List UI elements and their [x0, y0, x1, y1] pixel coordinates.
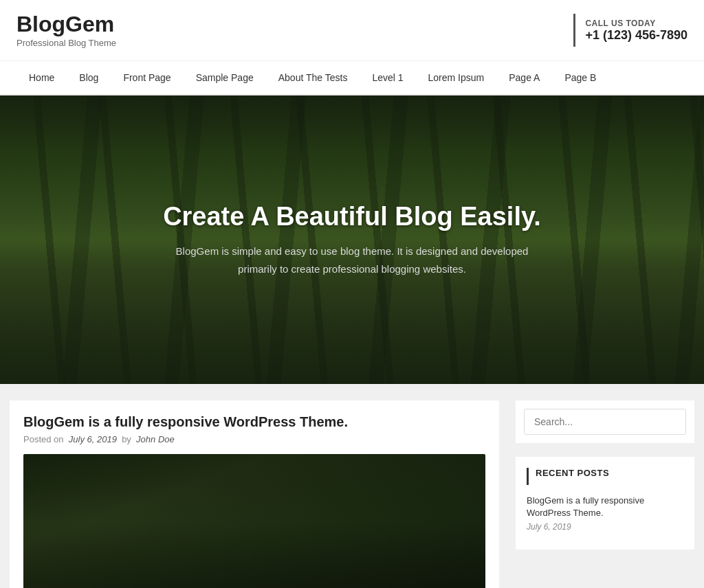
nav-link-front-page[interactable]: Front Page	[111, 61, 183, 94]
hero-section: Create A Beautiful Blog Easily. BlogGem …	[0, 95, 704, 384]
nav-item-page-a[interactable]: Page A	[496, 61, 552, 94]
site-title: BlogGem	[16, 12, 116, 36]
recent-post-date: July 6, 2019	[527, 522, 683, 532]
meta-date: July 6, 2019	[69, 434, 117, 444]
nav-item-front-page[interactable]: Front Page	[111, 61, 183, 94]
contact-area: CALL US TODAY +1 (123) 456-7890	[573, 14, 688, 47]
nav-item-level1[interactable]: Level 1	[360, 61, 415, 94]
hero-title: Create A Beautiful Blog Easily.	[163, 202, 541, 231]
nav-item-about[interactable]: About The Tests	[266, 61, 360, 94]
nav-item-home[interactable]: Home	[16, 61, 67, 94]
sidebar: RECENT POSTS BlogGem is a fully responsi…	[516, 400, 694, 588]
content-area: BlogGem is a fully responsive WordPress …	[10, 400, 499, 588]
nav-link-lorem[interactable]: Lorem Ipsum	[416, 61, 497, 94]
recent-post-title[interactable]: BlogGem is a fully responsive WordPress …	[527, 495, 683, 519]
contact-divider	[573, 14, 575, 47]
contact-phone: +1 (123) 456-7890	[585, 28, 688, 43]
nav-link-sample-page[interactable]: Sample Page	[184, 61, 266, 94]
site-header: BlogGem Professional Blog Theme CALL US …	[0, 0, 704, 61]
search-widget	[516, 400, 694, 443]
nav-item-sample-page[interactable]: Sample Page	[184, 61, 266, 94]
article-card: BlogGem is a fully responsive WordPress …	[10, 400, 499, 588]
search-input[interactable]	[524, 409, 686, 435]
contact-text: CALL US TODAY +1 (123) 456-7890	[585, 19, 688, 43]
nav-item-page-b[interactable]: Page B	[552, 61, 608, 94]
main-container: BlogGem is a fully responsive WordPress …	[1, 384, 703, 588]
article-title: BlogGem is a fully responsive WordPress …	[23, 414, 485, 430]
nav-link-about[interactable]: About The Tests	[266, 61, 360, 94]
recent-posts-title: RECENT POSTS	[527, 468, 683, 485]
meta-author: John Doe	[136, 434, 175, 444]
site-subtitle: Professional Blog Theme	[16, 38, 116, 48]
recent-posts-widget: RECENT POSTS BlogGem is a fully responsi…	[516, 457, 694, 549]
nav-item-lorem[interactable]: Lorem Ipsum	[416, 61, 497, 94]
article-image	[23, 454, 485, 588]
nav-link-level1[interactable]: Level 1	[360, 61, 415, 94]
logo-area: BlogGem Professional Blog Theme	[16, 12, 116, 48]
recent-post-item: BlogGem is a fully responsive WordPress …	[527, 495, 683, 531]
hero-background: Create A Beautiful Blog Easily. BlogGem …	[0, 95, 704, 384]
article-meta: Posted on July 6, 2019 by John Doe	[23, 434, 485, 444]
nav-item-blog[interactable]: Blog	[67, 61, 111, 94]
nav-link-blog[interactable]: Blog	[67, 61, 111, 94]
contact-label: CALL US TODAY	[585, 19, 688, 28]
nav-link-home[interactable]: Home	[16, 61, 67, 94]
nav-link-page-b[interactable]: Page B	[552, 61, 608, 94]
meta-by: by	[122, 434, 131, 444]
nav-list: Home Blog Front Page Sample Page About T…	[16, 61, 688, 94]
hero-description: BlogGem is simple and easy to use blog t…	[166, 242, 538, 278]
main-nav: Home Blog Front Page Sample Page About T…	[0, 61, 704, 95]
nav-link-page-a[interactable]: Page A	[496, 61, 552, 94]
meta-posted-on: Posted on	[23, 434, 64, 444]
